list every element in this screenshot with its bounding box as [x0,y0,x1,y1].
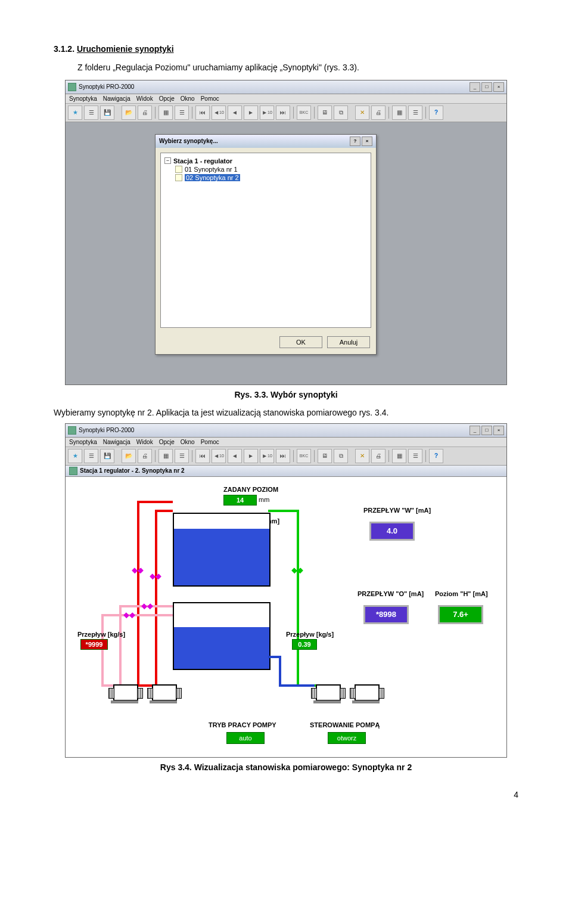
toolbar-bkc-icon[interactable]: BKC [297,106,311,120]
doc-icon [175,166,182,173]
toolbar-layout-icon[interactable] [392,449,406,463]
toolbar-list-icon[interactable] [84,449,98,463]
toolbar-print2-icon[interactable] [371,449,386,463]
sterowanie-button[interactable]: otworz [328,732,366,744]
dialog-close-button[interactable]: × [362,137,372,146]
toolbar-grid-icon[interactable] [158,449,173,463]
toolbar-bkc-icon[interactable]: BKC [297,449,311,463]
dialog-help-button[interactable]: ? [350,137,360,146]
close-button[interactable]: × [493,426,504,435]
pipe-blue [279,656,281,686]
pipe-green [268,510,298,512]
maximize-button[interactable]: □ [481,426,492,435]
toolbar-screen-icon[interactable] [318,106,332,120]
fig1-caption: Rys. 3.3. Wybór synoptyki [54,390,518,399]
cancel-button[interactable]: Anuluj [327,336,370,348]
pipe-pink [101,614,173,616]
toolbar-print-icon[interactable] [138,106,152,120]
toolbar-open-icon[interactable] [122,106,136,120]
menu-okno[interactable]: Okno [181,95,195,102]
close-button[interactable]: × [493,82,504,92]
app-icon [68,426,76,435]
toolbar-tools-icon[interactable] [355,449,369,463]
pipe-red [137,501,173,503]
pipe-pink [101,614,104,686]
toolbar-props-icon[interactable] [408,449,422,463]
pump-right-2 [349,680,384,703]
toolbar-save-icon[interactable] [100,106,114,120]
tree-item-2[interactable]: 02 Synoptyka nr 2 [174,173,368,182]
valve-red-1 [133,566,142,575]
toolbar-next10-icon[interactable]: 10 [260,106,274,120]
pipe-red [155,510,157,686]
toolbar-prev10-icon[interactable]: 10 [212,449,226,463]
minimize-button[interactable]: _ [470,82,480,92]
toolbar-star-icon[interactable] [68,449,82,463]
app-title: Synoptyki PRO-2000 [79,83,134,90]
toolbar-last-icon[interactable] [276,106,290,120]
tryb-pracy-button[interactable]: auto [226,732,265,744]
menu-opcje[interactable]: Opcje [159,95,175,102]
poziom-h-value: 7.6+ [438,605,483,624]
titlebar: Synoptyki PRO-2000 _ □ × [66,80,506,94]
sterowanie-label: STEROWANIE POMPĄ [310,721,380,728]
menu-widok[interactable]: Widok [136,439,153,445]
toolbar-grid-icon[interactable] [158,106,173,120]
toolbar-first-icon[interactable] [195,106,210,120]
toolbar-copy-icon[interactable] [334,449,348,463]
tree-view[interactable]: − Stacja 1 - regulator 01 Synoptyka nr 1… [160,153,371,328]
tree-root[interactable]: − Stacja 1 - regulator [163,157,368,165]
toolbar-print2-icon[interactable] [371,106,386,120]
toolbar-star-icon[interactable] [68,106,82,120]
toolbar-2: 10 10 BKC [66,447,506,466]
toolbar-prev-icon[interactable] [228,106,242,120]
app-window-fig2: Synoptyki PRO-2000 _ □ × Synoptyka Nawig… [65,423,507,758]
toolbar-list-icon[interactable] [84,106,98,120]
toolbar-open-icon[interactable] [122,449,136,463]
app-icon [68,83,76,91]
lower-tank-water [174,627,269,669]
minimize-button[interactable]: _ [470,426,480,435]
menu-opcje[interactable]: Opcje [159,439,175,445]
toolbar-copy-icon[interactable] [334,106,348,120]
toolbar-list2-icon[interactable] [175,106,189,120]
ok-button[interactable]: OK [279,336,322,348]
menubar-2: Synoptyka Nawigacja Widok Opcje Okno Pom… [66,438,506,447]
toolbar-print-icon[interactable] [138,449,152,463]
maximize-button[interactable]: □ [481,82,492,92]
toolbar-next10-icon[interactable]: 10 [260,449,274,463]
toolbar-first-icon[interactable] [195,449,210,463]
menu-pomoc[interactable]: Pomoc [201,95,219,102]
toolbar: 10 10 BKC [66,104,506,122]
toolbar-save-icon[interactable] [100,449,114,463]
toolbar-next-icon[interactable] [244,106,258,120]
dialog-title: Wybierz synoptykę... [159,138,218,144]
menu-synoptyka[interactable]: Synoptyka [69,95,97,102]
menu-synoptyka[interactable]: Synoptyka [69,439,97,445]
toolbar-list2-icon[interactable] [175,449,189,463]
przeplyw-o-label: PRZEPŁYW "O" [mA] [358,590,424,597]
sub-icon [69,467,77,475]
toolbar-next-icon[interactable] [244,449,258,463]
tree-item-1[interactable]: 01 Synoptyka nr 1 [174,165,368,173]
poziom-h-label: Poziom "H" [mA] [435,590,488,597]
fig2-caption: Rys 3.4. Wizualizacja stanowiska pomiaro… [54,762,518,772]
toolbar-help-icon[interactable] [429,449,443,463]
toolbar-help-icon[interactable] [429,106,443,120]
toolbar-prev10-icon[interactable]: 10 [212,106,226,120]
toolbar-tools-icon[interactable] [355,106,369,120]
toolbar-screen-icon[interactable] [318,449,332,463]
menu-widok[interactable]: Widok [136,95,153,102]
menu-nawigacja[interactable]: Nawigacja [103,95,130,102]
toolbar-prev-icon[interactable] [228,449,242,463]
zadany-poziom-value[interactable]: 14 [223,495,257,506]
valve-pink-1 [125,611,133,619]
menu-pomoc[interactable]: Pomoc [201,439,219,445]
menu-okno[interactable]: Okno [181,439,195,445]
tree-item-2-label: 02 Synoptyka nr 2 [185,174,240,181]
toolbar-layout-icon[interactable] [392,106,406,120]
menu-nawigacja[interactable]: Nawigacja [103,439,130,445]
toolbar-props-icon[interactable] [408,106,422,120]
collapse-icon[interactable]: − [164,157,171,164]
toolbar-last-icon[interactable] [276,449,290,463]
